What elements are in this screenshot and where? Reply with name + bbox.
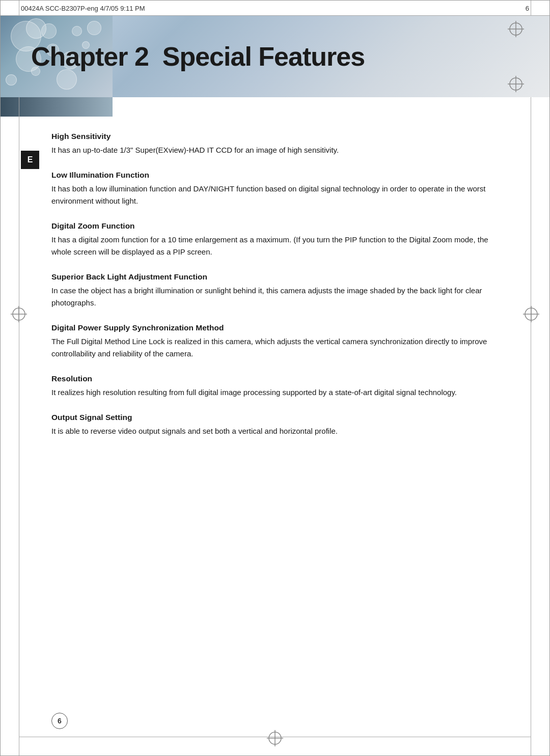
- section-text-back-light: In case the object has a bright illumina…: [51, 285, 499, 309]
- bubble-3: [41, 23, 57, 39]
- chapter-title: Chapter 2 Special Features: [1, 41, 365, 72]
- section-title-low-illumination: Low Illumination Function: [51, 171, 499, 180]
- page-number: 6: [51, 713, 68, 729]
- header-bar: 00424A SCC-B2307P-eng 4/7/05 9:11 PM 6: [1, 1, 549, 16]
- chapter-number: Chapter 2: [31, 42, 149, 71]
- section-low-illumination: Low Illumination Function It has both a …: [51, 171, 499, 207]
- reg-mark-bottom-center: [267, 730, 283, 746]
- section-text-low-illumination: It has both a low illumination function …: [51, 183, 499, 207]
- section-title-back-light: Superior Back Light Adjustment Function: [51, 272, 499, 282]
- section-text-high-sensitivity: It has an up-to-date 1/3" Super(EXview)-…: [51, 144, 499, 156]
- banner-extension: [1, 97, 113, 117]
- bubble-12: [57, 69, 77, 90]
- section-title-output-signal: Output Signal Setting: [51, 413, 499, 422]
- bubble-6: [72, 26, 82, 36]
- content-area: High Sensitivity It has an up-to-date 1/…: [1, 117, 549, 482]
- reg-mark-left-mid: [11, 306, 27, 322]
- section-digital-zoom: Digital Zoom Function It has a digital z…: [51, 221, 499, 258]
- side-line-right: [531, 1, 531, 755]
- e-tab: E: [21, 151, 39, 169]
- bubble-9: [87, 21, 101, 35]
- section-text-resolution: It realizes high resolution resulting fr…: [51, 386, 499, 399]
- side-line-left: [19, 1, 19, 755]
- reg-mark-top-right: [508, 21, 524, 37]
- reg-mark-right-mid: [523, 306, 539, 322]
- header-page-num: 6: [526, 5, 529, 12]
- section-text-power-supply: The Full Digital Method Line Lock is rea…: [51, 335, 499, 360]
- section-back-light: Superior Back Light Adjustment Function …: [51, 272, 499, 309]
- page-wrapper: 00424A SCC-B2307P-eng 4/7/05 9:11 PM 6 C…: [0, 0, 550, 756]
- chapter-special-features: Special Features: [162, 42, 365, 71]
- section-high-sensitivity: High Sensitivity It has an up-to-date 1/…: [51, 132, 499, 156]
- reg-mark-bottom-right: [508, 76, 524, 92]
- chapter-banner: Chapter 2 Special Features: [1, 16, 549, 97]
- section-output-signal: Output Signal Setting It is able to reve…: [51, 413, 499, 437]
- section-title-resolution: Resolution: [51, 374, 499, 383]
- section-resolution: Resolution It realizes high resolution r…: [51, 374, 499, 399]
- header-text: 00424A SCC-B2307P-eng 4/7/05 9:11 PM: [21, 5, 145, 12]
- section-title-high-sensitivity: High Sensitivity: [51, 132, 499, 141]
- section-text-digital-zoom: It has a digital zoom function for a 10 …: [51, 234, 499, 258]
- section-power-supply: Digital Power Supply Synchronization Met…: [51, 323, 499, 360]
- section-title-power-supply: Digital Power Supply Synchronization Met…: [51, 323, 499, 332]
- bubble-11: [6, 74, 17, 86]
- section-title-digital-zoom: Digital Zoom Function: [51, 221, 499, 231]
- section-text-output-signal: It is able to reverse video output signa…: [51, 425, 499, 437]
